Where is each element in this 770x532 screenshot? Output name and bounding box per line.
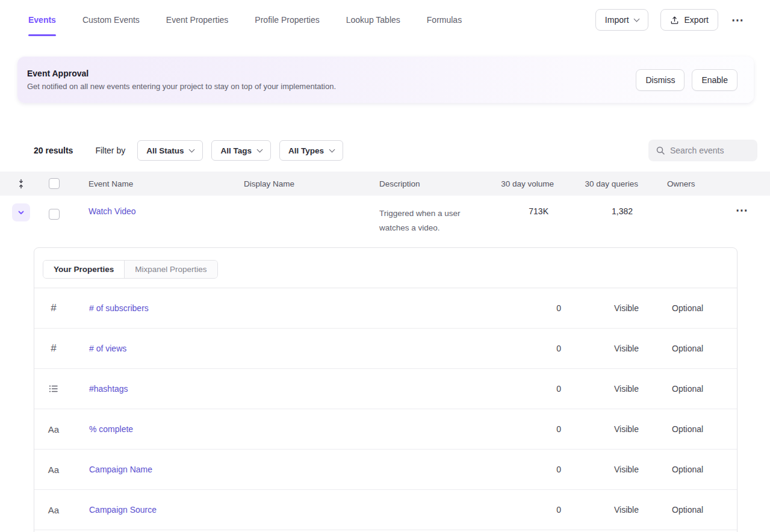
property-visibility: Visible [561, 344, 651, 353]
event-row: Watch Video Triggered when a user watche… [0, 196, 770, 241]
property-count: 0 [489, 344, 561, 353]
property-requirement: Optional [651, 303, 737, 313]
text-icon [48, 505, 59, 515]
search-input[interactable] [670, 146, 750, 155]
nav-actions: Import Export [595, 9, 745, 31]
property-name-link[interactable]: # of views [89, 344, 126, 353]
collapse-all-icon[interactable] [16, 179, 26, 189]
property-name-link[interactable]: # of subscribers [89, 303, 149, 313]
filter-by-label: Filter by [95, 146, 125, 155]
chevron-down-icon [633, 16, 639, 22]
properties-panel: Your Properties Mixpanel Properties # of… [34, 247, 737, 532]
property-count: 0 [489, 465, 561, 474]
top-nav: EventsCustom EventsEvent PropertiesProfi… [0, 0, 770, 40]
chevron-down-icon [329, 146, 335, 152]
number-icon [51, 302, 56, 314]
dismiss-button[interactable]: Dismiss [636, 69, 685, 91]
nav-tabs: EventsCustom EventsEvent PropertiesProfi… [28, 0, 462, 40]
export-icon [670, 16, 679, 25]
property-row: #hashtags 0 Visible Optional [34, 369, 737, 409]
nav-tab-lookup-tables[interactable]: Lookup Tables [346, 0, 400, 40]
description-cell: Triggered when a user watches a video. [379, 196, 476, 235]
property-name-cell: #hashtags [73, 384, 489, 394]
events-table-header: Event Name Display Name Description 30 d… [0, 172, 770, 196]
number-icon [51, 342, 56, 354]
property-visibility: Visible [561, 465, 651, 474]
filter-dropdown-label: All Tags [220, 146, 252, 155]
tab-mixpanel-properties[interactable]: Mixpanel Properties [124, 261, 217, 278]
results-count: 20 results [34, 146, 73, 155]
property-name-link[interactable]: Campaign Name [89, 465, 152, 474]
search-box [648, 140, 757, 161]
search-icon [656, 146, 665, 155]
volume-cell: 713K [476, 196, 554, 216]
column-header-30-day-queries: 30 day queries [554, 179, 638, 188]
row-more-button[interactable] [734, 203, 749, 217]
property-name-cell: # of views [73, 344, 489, 353]
row-checkbox[interactable] [49, 209, 60, 220]
properties-tabbar: Your Properties Mixpanel Properties [34, 248, 737, 288]
row-actions [727, 196, 770, 217]
chevron-down-icon [189, 146, 195, 152]
property-count: 0 [489, 384, 561, 394]
filter-dropdown-all-tags[interactable]: All Tags [211, 140, 271, 161]
property-row: Campaign Name 0 Visible Optional [34, 450, 737, 490]
import-button[interactable]: Import [595, 9, 648, 31]
property-icon-cell [34, 342, 73, 354]
more-button[interactable] [730, 13, 745, 27]
chevron-down-icon [17, 208, 25, 217]
nav-tab-event-properties[interactable]: Event Properties [166, 0, 229, 40]
property-count: 0 [489, 505, 561, 515]
text-icon [48, 465, 59, 475]
tab-your-properties[interactable]: Your Properties [43, 261, 124, 278]
more-icon [736, 204, 748, 216]
property-icon-cell [34, 385, 73, 393]
property-name-link[interactable]: #hashtags [89, 384, 128, 394]
nav-tab-formulas[interactable]: Formulas [427, 0, 462, 40]
column-header-30-day-volume: 30 day volume [476, 179, 554, 188]
event-name-cell: Watch Video [88, 196, 244, 216]
property-visibility: Visible [561, 384, 651, 394]
column-header-event-name: Event Name [88, 179, 244, 188]
export-label: Export [685, 15, 709, 25]
nav-tab-events[interactable]: Events [28, 0, 56, 40]
property-requirement: Optional [651, 505, 737, 515]
chevron-down-icon [257, 146, 263, 152]
properties-list: # of subscribers 0 Visible Optional # of… [34, 288, 737, 530]
enable-button[interactable]: Enable [692, 69, 737, 91]
owners-cell [638, 196, 727, 206]
filter-dropdown-all-types[interactable]: All Types [279, 140, 343, 161]
property-name-link[interactable]: Campaign Source [89, 505, 157, 515]
export-button[interactable]: Export [660, 9, 718, 31]
column-header-owners: Owners [638, 179, 727, 188]
property-count: 0 [489, 424, 561, 434]
column-header-description: Description [379, 179, 476, 188]
event-name-link[interactable]: Watch Video [88, 206, 136, 216]
page: EventsCustom EventsEvent PropertiesProfi… [0, 0, 770, 532]
property-requirement: Optional [651, 344, 737, 353]
property-row: % complete 0 Visible Optional [34, 409, 737, 450]
property-visibility: Visible [561, 424, 651, 434]
expand-row-button[interactable] [12, 203, 30, 221]
property-row: Campaign Source 0 Visible Optional [34, 490, 737, 530]
property-name-link[interactable]: % complete [89, 424, 133, 434]
filter-dropdown-label: All Status [146, 146, 184, 155]
property-name-cell: % complete [73, 424, 489, 434]
property-icon-cell [34, 424, 73, 435]
property-requirement: Optional [651, 424, 737, 434]
select-all-checkbox[interactable] [49, 178, 60, 189]
banner-actions: Dismiss Enable [636, 69, 737, 91]
display-name-cell [244, 196, 379, 206]
banner-title: Event Approval [27, 69, 336, 78]
filters-bar: 20 results Filter by All Status All Tags… [34, 140, 757, 161]
filter-dropdown-all-status[interactable]: All Status [137, 140, 203, 161]
nav-tab-custom-events[interactable]: Custom Events [82, 0, 140, 40]
import-label: Import [605, 15, 629, 25]
text-icon [48, 424, 59, 435]
nav-tab-profile-properties[interactable]: Profile Properties [255, 0, 319, 40]
queries-cell: 1,382 [554, 196, 638, 216]
filter-dropdowns: All Status All Tags All Types [137, 140, 343, 161]
filter-dropdown-label: All Types [288, 146, 324, 155]
property-name-cell: Campaign Source [73, 505, 489, 515]
more-icon [731, 14, 744, 26]
